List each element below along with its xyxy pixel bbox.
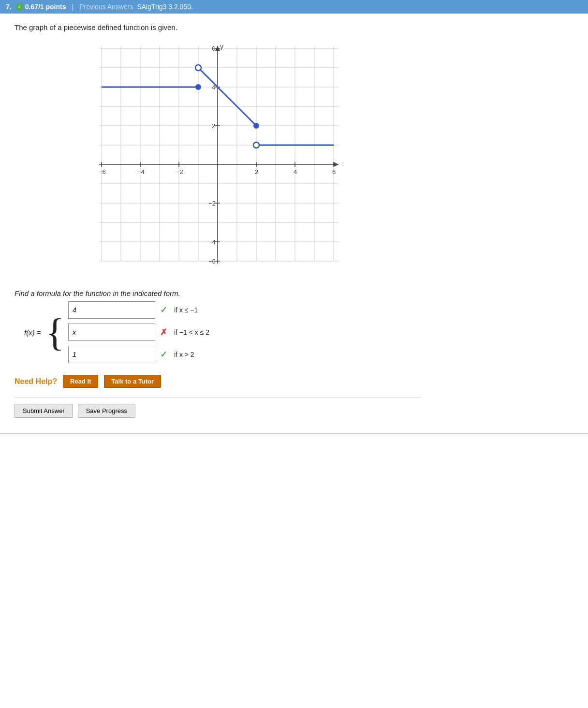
bottom-section: Submit Answer Save Progress xyxy=(15,398,421,424)
header-bar: 7. + 0.67/1 points | Previous Answers SA… xyxy=(0,0,588,14)
open-circle-neg1-5 xyxy=(195,65,201,71)
closed-dot-neg1-4 xyxy=(196,85,201,89)
need-help-label: Need Help? xyxy=(15,377,57,386)
points-badge: + 0.67/1 points xyxy=(15,3,66,11)
closed-dot-2-2 xyxy=(254,123,259,128)
label-y-6: 6 xyxy=(212,45,215,52)
grid-horizontal xyxy=(99,48,338,261)
label-x-4: 4 xyxy=(294,168,297,176)
content-area: The graph of a piecewise defined functio… xyxy=(0,14,435,433)
label-x-neg2: −2 xyxy=(176,168,183,176)
formula-intro: Find a formula for the function in the i… xyxy=(15,289,421,297)
x-axis-label: x xyxy=(342,160,343,168)
read-it-button[interactable]: Read It xyxy=(63,375,98,388)
save-progress-button[interactable]: Save Progress xyxy=(78,404,135,418)
label-y-2: 2 xyxy=(212,122,215,130)
label-y-neg6: −6 xyxy=(208,258,216,265)
label-x-6: 6 xyxy=(332,168,336,176)
label-x-2: 2 xyxy=(255,168,258,176)
cases-table: ✓ if x ≤ −1 ✗ if −1 < x ≤ 2 ✓ if x > 2 xyxy=(68,301,209,363)
case-row-3: ✓ if x > 2 xyxy=(68,346,209,363)
label-x-neg6: −6 xyxy=(99,168,106,176)
label-y-neg4: −4 xyxy=(208,238,216,246)
case-input-3[interactable] xyxy=(68,346,155,363)
fx-label-text: f(x) = xyxy=(24,328,41,337)
check-icon-3: ✓ xyxy=(160,349,167,360)
y-axis-label: y xyxy=(220,43,223,50)
graph-container: x y −6 −4 −2 2 4 6 xyxy=(15,41,421,275)
need-help-section: Need Help? Read It Talk to a Tutor xyxy=(15,375,421,388)
case-row-1: ✓ if x ≤ −1 xyxy=(68,301,209,319)
x-axis-arrow xyxy=(334,162,338,167)
prev-answers-link[interactable]: Previous Answers xyxy=(79,3,133,11)
green-circle-icon: + xyxy=(15,3,23,11)
submit-answer-button[interactable]: Submit Answer xyxy=(15,404,73,418)
talk-to-tutor-button[interactable]: Talk to a Tutor xyxy=(104,375,161,388)
problem-statement: The graph of a piecewise defined functio… xyxy=(15,23,421,31)
case-row-2: ✗ if −1 < x ≤ 2 xyxy=(68,324,209,341)
segment-2-line xyxy=(198,68,256,126)
graph-svg-wrap: x y −6 −4 −2 2 4 6 xyxy=(92,41,343,275)
open-circle-2-1 xyxy=(253,142,259,148)
case-condition-3: if x > 2 xyxy=(174,351,194,358)
case-condition-1: if x ≤ −1 xyxy=(174,306,198,314)
case-condition-2: if −1 < x ≤ 2 xyxy=(174,328,209,336)
case-input-1[interactable] xyxy=(68,301,155,319)
cross-icon-2: ✗ xyxy=(160,327,167,338)
divider-line xyxy=(0,433,588,434)
case-input-2[interactable] xyxy=(68,324,155,341)
label-x-neg4: −4 xyxy=(137,168,145,176)
problem-code: SAlgTrig3 3.2.050. xyxy=(137,3,192,11)
graph-svg: x y −6 −4 −2 2 4 6 xyxy=(92,41,343,273)
brace-symbol: { xyxy=(46,301,64,363)
points-text: 0.67/1 points xyxy=(25,3,66,11)
piecewise-container: f(x) = { ✓ if x ≤ −1 ✗ if −1 < x ≤ 2 ✓ i… xyxy=(24,301,421,363)
label-y-neg2: −2 xyxy=(208,200,216,207)
separator: | xyxy=(72,3,74,11)
check-icon-1: ✓ xyxy=(160,305,167,315)
fx-label: f(x) = xyxy=(24,301,41,363)
question-number: 7. xyxy=(6,3,12,11)
